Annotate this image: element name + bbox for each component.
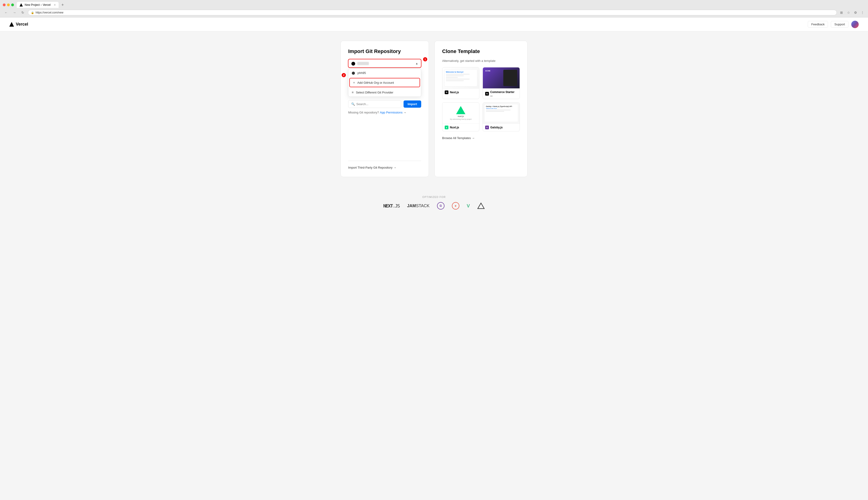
repo-search-input[interactable] bbox=[356, 102, 398, 106]
new-tab-button[interactable]: + bbox=[60, 2, 65, 8]
nuxt-preview-content: nuxt.js My astonishing Nuxt.js project bbox=[442, 103, 479, 124]
gatsby-preview-content: Gatsby + Node.js (TypeScript) API Tailor… bbox=[483, 103, 519, 124]
commerce-template-name: Commerce Starter ... bbox=[490, 90, 517, 97]
template-commerce[interactable]: ACNE N Commerce Starter ... bbox=[483, 67, 520, 99]
triangle-outline-icon bbox=[477, 203, 485, 209]
url-text: https://vercel.com/new bbox=[36, 11, 63, 14]
commerce-template-icon: N bbox=[485, 92, 489, 95]
extensions-icon[interactable]: ⚙ bbox=[853, 10, 858, 15]
template-gatsby-preview: Gatsby + Node.js (TypeScript) API Tailor… bbox=[483, 103, 519, 124]
import-third-party-section: Import Third-Party Git Repository → bbox=[348, 161, 421, 169]
select-provider-label: Select Different Git Provider bbox=[356, 91, 393, 94]
close-dot[interactable] bbox=[3, 3, 5, 6]
vue-logo: V bbox=[467, 203, 470, 208]
preview-line-1 bbox=[446, 74, 470, 75]
git-selector-wrapper: 1 2 ⬤ ▲ ⬤ phh95 bbox=[348, 59, 421, 68]
gatsby-template-label: G Gatsby.js bbox=[483, 124, 519, 131]
preview-line-3 bbox=[446, 77, 458, 78]
browser-dots bbox=[3, 3, 14, 6]
bookmark-icon[interactable]: ☆ bbox=[846, 10, 851, 15]
account-option-phh95[interactable]: ⬤ phh95 bbox=[349, 69, 421, 77]
template-nuxt-preview: nuxt.js My astonishing Nuxt.js project bbox=[442, 103, 479, 124]
browser-tab[interactable]: New Project – Vercel ✕ bbox=[17, 2, 59, 8]
main-content: Import Git Repository 1 2 ⬤ ▲ bbox=[0, 31, 868, 186]
translate-icon[interactable]: ⊞ bbox=[839, 10, 844, 15]
template-gatsby[interactable]: Gatsby + Node.js (TypeScript) API Tailor… bbox=[483, 102, 520, 132]
search-input-wrap[interactable]: 🔍 bbox=[348, 100, 401, 108]
missing-git-repo-text: Missing Git repository? bbox=[348, 111, 379, 114]
nextjs-template-label: N Next.js bbox=[442, 88, 479, 96]
tab-title: New Project – Vercel bbox=[25, 3, 50, 7]
next-logo-text: NEXT.JS bbox=[383, 203, 400, 208]
user-avatar[interactable] bbox=[851, 21, 859, 28]
preview-line-5 bbox=[446, 80, 464, 81]
optimized-logos: NEXT.JS JAMSTACK G e V bbox=[0, 202, 868, 209]
nuxt-triangle-icon bbox=[456, 106, 465, 114]
tab-favicon bbox=[20, 3, 23, 7]
page-header: Vercel Feedback Support bbox=[0, 18, 868, 31]
commerce-brand-text: ACNE bbox=[485, 70, 491, 72]
gatsby-line-2 bbox=[486, 111, 504, 112]
jamstack-logo: JAMSTACK bbox=[407, 204, 430, 208]
import-button[interactable]: Import bbox=[403, 101, 421, 108]
browser-titlebar: New Project – Vercel ✕ + bbox=[0, 0, 868, 8]
browser-toolbar: ← → ↻ 🔒 https://vercel.com/new ⊞ ☆ ⚙ ⋮ bbox=[0, 8, 868, 17]
support-button[interactable]: Support bbox=[831, 21, 848, 28]
nuxt-logo: nuxt.js My astonishing Nuxt.js project bbox=[450, 106, 472, 120]
template-nextjs[interactable]: Welcome to Next.js! N Next.js bbox=[442, 67, 479, 99]
menu-icon[interactable]: ⋮ bbox=[860, 10, 865, 15]
browser-actions: ⊞ ☆ ⚙ ⋮ bbox=[839, 10, 865, 15]
select-git-provider-option[interactable]: ≡ Select Different Git Provider bbox=[349, 88, 421, 96]
account-label: phh95 bbox=[357, 71, 366, 75]
add-github-org-option[interactable]: + Add GitHub Org or Account bbox=[349, 78, 420, 87]
preview-line-2 bbox=[446, 75, 464, 76]
clone-template-card: Clone Template Alternatively, get starte… bbox=[434, 41, 527, 177]
nextjs-welcome-text: Welcome to Next.js! bbox=[446, 71, 476, 73]
arrow-right-icon: → bbox=[403, 111, 406, 114]
jam-text: JAM bbox=[407, 204, 416, 208]
svg-marker-0 bbox=[478, 203, 484, 208]
header-actions: Feedback Support bbox=[808, 21, 859, 28]
github-icon: ⬤ bbox=[351, 61, 355, 66]
minimize-dot[interactable] bbox=[7, 3, 10, 6]
commerce-preview-content: ACNE bbox=[483, 67, 519, 88]
gatsby-line-1 bbox=[486, 110, 511, 111]
nextjs-logo: NEXT.JS bbox=[383, 203, 400, 208]
address-bar[interactable]: 🔒 https://vercel.com/new bbox=[28, 10, 837, 15]
nuxt-template-name: Nuxt.js bbox=[450, 126, 459, 129]
commerce-template-label: N Commerce Starter ... bbox=[483, 88, 519, 99]
maximize-dot[interactable] bbox=[11, 3, 14, 6]
step-badge-1: 1 bbox=[423, 57, 427, 61]
plus-icon: + bbox=[353, 81, 355, 84]
browse-all-templates-link[interactable]: Browse All Templates → bbox=[442, 136, 475, 140]
optimized-section: OPTIMIZED FOR NEXT.JS JAMSTACK G e V bbox=[0, 186, 868, 224]
gatsby-circle-logo: G bbox=[437, 202, 444, 209]
app-permissions-row: Missing Git repository? App Permissions … bbox=[348, 111, 421, 114]
import-git-title: Import Git Repository bbox=[348, 48, 421, 54]
git-account-dropdown-trigger[interactable]: ⬤ ▲ bbox=[348, 59, 421, 68]
git-account-left: ⬤ bbox=[351, 61, 369, 66]
nextjs-template-name: Next.js bbox=[450, 91, 459, 94]
triangle-logo-wrapper bbox=[477, 203, 485, 209]
vercel-triangle-icon bbox=[9, 22, 14, 27]
app-permissions-link[interactable]: App Permissions bbox=[380, 111, 403, 114]
preview-line-4 bbox=[446, 79, 470, 80]
nextjs-preview-inner: Welcome to Next.js! bbox=[444, 69, 477, 87]
clone-template-subtitle: Alternatively, get started with a templa… bbox=[442, 59, 520, 62]
refresh-button[interactable]: ↻ bbox=[20, 9, 26, 16]
vercel-logo-text: Vercel bbox=[16, 22, 28, 27]
vercel-logo[interactable]: Vercel bbox=[9, 22, 28, 27]
templates-grid: Welcome to Next.js! N Next.js bbox=[442, 67, 520, 132]
clone-template-title: Clone Template bbox=[442, 48, 520, 54]
tab-close-button[interactable]: ✕ bbox=[54, 3, 56, 7]
forward-button[interactable]: → bbox=[11, 9, 18, 16]
template-nuxt[interactable]: nuxt.js My astonishing Nuxt.js project ▲… bbox=[442, 102, 479, 132]
git-account-selector[interactable]: ⬤ ▲ ⬤ phh95 + Add GitHub Org or Account bbox=[348, 59, 421, 68]
nuxt-template-label: ▲ Nuxt.js bbox=[442, 124, 479, 131]
feedback-button[interactable]: Feedback bbox=[808, 21, 828, 28]
optimized-label: OPTIMIZED FOR bbox=[0, 196, 868, 198]
import-third-party-link[interactable]: Import Third-Party Git Repository → bbox=[348, 166, 396, 169]
search-import-row: 🔍 Import bbox=[348, 100, 421, 108]
add-org-label: Add GitHub Org or Account bbox=[357, 81, 394, 84]
back-button[interactable]: ← bbox=[3, 9, 9, 16]
